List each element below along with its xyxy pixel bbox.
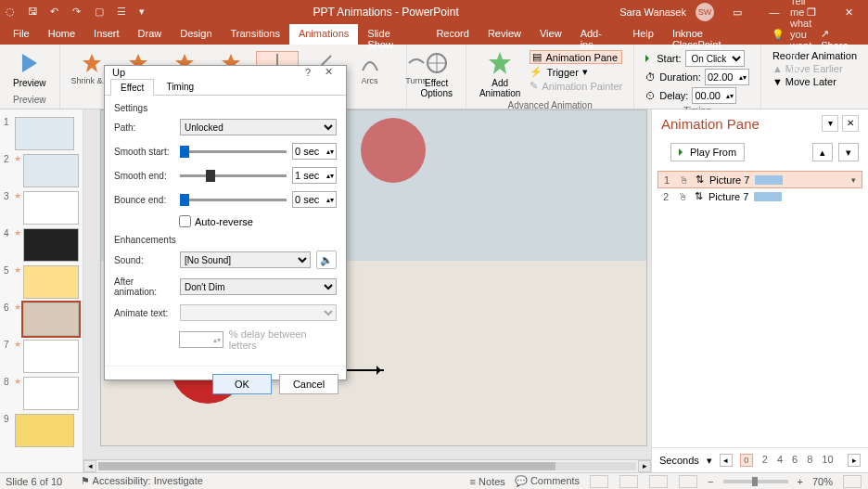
smooth-end-slider[interactable] xyxy=(180,169,287,182)
smooth-start-value[interactable]: 0 sec▴▾ xyxy=(292,143,337,160)
share-button[interactable]: ↗ Share xyxy=(811,24,868,45)
avatar[interactable]: SW xyxy=(696,3,714,21)
move-later-button[interactable]: ▼ Move Later xyxy=(772,76,857,87)
duration-input[interactable]: 02.00▴▾ xyxy=(705,69,749,85)
touch-mode-icon[interactable]: ☰ xyxy=(117,6,130,19)
tab-home[interactable]: Home xyxy=(39,24,84,45)
slide-thumb-5[interactable]: 5★ xyxy=(4,265,79,299)
bounce-end-slider[interactable] xyxy=(180,193,287,206)
animation-item-2[interactable]: 2 🖱 ⇅ Picture 7 xyxy=(657,188,862,204)
slide-thumb-3[interactable]: 3★ xyxy=(4,191,79,225)
tab-record[interactable]: Record xyxy=(427,24,478,45)
tab-transitions[interactable]: Transitions xyxy=(222,24,289,45)
path-select[interactable]: Unlocked xyxy=(180,119,337,135)
shape-ball-ghost[interactable] xyxy=(361,118,426,183)
tab-slideshow[interactable]: Slide Show xyxy=(358,24,427,45)
scroll-left-icon[interactable]: ◂ xyxy=(83,460,96,472)
slideshow-view-icon[interactable] xyxy=(679,475,697,488)
slide-thumb-9[interactable]: 9 xyxy=(4,414,79,447)
normal-view-icon[interactable] xyxy=(590,475,608,488)
fit-to-window-icon[interactable] xyxy=(843,475,862,488)
dialog-tab-timing[interactable]: Timing xyxy=(156,78,204,95)
trigger-button[interactable]: ⚡Trigger▾ xyxy=(530,66,622,78)
smooth-start-slider[interactable] xyxy=(180,145,287,158)
dialog-help-icon[interactable]: ? xyxy=(298,67,318,78)
pane-close-icon[interactable]: ✕ xyxy=(842,115,859,132)
reading-view-icon[interactable] xyxy=(649,475,668,488)
preview-button[interactable]: Preview xyxy=(7,48,52,90)
effect-options-button[interactable]: Effect Options xyxy=(415,48,457,100)
slide-thumb-8[interactable]: 8★ xyxy=(4,377,79,410)
save-icon[interactable]: 🖫 xyxy=(28,6,41,19)
animation-pane: Animation Pane ▾ ✕ Play From ▴ ▾ 1 🖱 ⇅ P… xyxy=(651,109,868,472)
tab-design[interactable]: Design xyxy=(171,24,221,45)
tab-inknoe[interactable]: Inknoe ClassPoint xyxy=(663,24,762,45)
animation-item-1[interactable]: 1 🖱 ⇅ Picture 7 ▾ xyxy=(657,171,862,188)
chevron-down-icon[interactable]: ▾ xyxy=(851,175,856,185)
zoom-in-icon[interactable]: + xyxy=(798,476,803,487)
autosave-icon[interactable]: ◌ xyxy=(6,6,19,19)
auto-reverse-checkbox[interactable]: Auto-reverse xyxy=(179,215,337,227)
slide-counter[interactable]: Slide 6 of 10 xyxy=(6,476,62,487)
tab-view[interactable]: View xyxy=(530,24,571,45)
slide-thumb-2[interactable]: 2★ xyxy=(4,154,79,187)
sound-preview-icon[interactable]: 🔈 xyxy=(316,251,337,269)
sorter-view-icon[interactable] xyxy=(619,475,638,488)
tab-insert[interactable]: Insert xyxy=(84,24,129,45)
dialog-close-icon[interactable]: ✕ xyxy=(318,66,338,78)
user-name[interactable]: Sara Wanasek xyxy=(619,6,686,18)
start-select[interactable]: On Click xyxy=(685,50,745,67)
ok-button[interactable]: OK xyxy=(212,374,272,394)
smooth-end-value[interactable]: 1 sec▴▾ xyxy=(292,167,337,184)
redo-icon[interactable]: ↷ xyxy=(72,6,85,19)
slide-thumbnail-panel[interactable]: 1 2★ 3★ 4★ 5★ 6★ 7★ 8★ 9 xyxy=(0,109,83,472)
scroll-right-icon[interactable]: ▸ xyxy=(638,460,651,472)
zoom-level[interactable]: 70% xyxy=(812,476,833,487)
tab-draw[interactable]: Draw xyxy=(129,24,172,45)
bounce-end-value[interactable]: 0 sec▴▾ xyxy=(292,191,337,208)
sound-select[interactable]: [No Sound] xyxy=(180,251,311,268)
move-earlier-button[interactable]: ▲ Move Earlier xyxy=(772,63,857,74)
painter-icon: ✎ xyxy=(530,80,538,92)
dialog-title-bar[interactable]: Up ? ✕ xyxy=(105,66,346,78)
chevron-down-icon[interactable]: ▾ xyxy=(707,455,712,467)
delay-input[interactable]: 00.00▴▾ xyxy=(692,87,736,104)
cancel-button[interactable]: Cancel xyxy=(279,374,338,394)
slide-thumb-1[interactable]: 1 xyxy=(4,117,79,150)
comments-button[interactable]: 💬 Comments xyxy=(515,475,580,487)
pane-dropdown-icon[interactable]: ▾ xyxy=(822,115,838,132)
timeline-tick[interactable]: 0 xyxy=(740,454,753,467)
tab-addins[interactable]: Add-ins xyxy=(571,24,624,45)
tab-review[interactable]: Review xyxy=(479,24,530,45)
after-animation-select[interactable]: Don't Dim xyxy=(180,278,337,295)
add-animation-button[interactable]: Add Animation xyxy=(474,48,526,100)
slide-thumb-4[interactable]: 4★ xyxy=(4,228,79,262)
tab-file[interactable]: File xyxy=(4,24,39,45)
horizontal-scrollbar[interactable]: ◂ ▸ xyxy=(83,459,651,472)
play-from-button[interactable]: Play From xyxy=(670,143,745,161)
tab-help[interactable]: Help xyxy=(623,24,663,45)
slideshow-icon[interactable]: ▢ xyxy=(95,6,108,19)
move-down-button[interactable]: ▾ xyxy=(838,143,859,161)
dialog-tab-effect[interactable]: Effect xyxy=(110,79,154,96)
ribbon-options-icon[interactable]: ▭ xyxy=(723,6,751,19)
animation-painter-button[interactable]: ✎Animation Painter xyxy=(530,80,622,92)
tab-animations[interactable]: Animations xyxy=(289,24,358,45)
timeline-next-icon[interactable]: ▸ xyxy=(848,454,861,467)
notes-button[interactable]: ≡ Notes xyxy=(470,476,505,487)
minimize-icon[interactable]: — xyxy=(760,6,788,18)
timing-bar xyxy=(755,175,783,185)
animation-pane-button[interactable]: ▤Animation Pane xyxy=(530,50,622,64)
anim-arcs[interactable]: Arcs xyxy=(350,52,390,85)
slide-thumb-6[interactable]: 6★ xyxy=(4,302,79,336)
undo-icon[interactable]: ↶ xyxy=(50,6,63,19)
accessibility-button[interactable]: ⚑ Accessibility: Investigate xyxy=(81,475,203,487)
tell-me[interactable]: 💡 Tell me what you want to do xyxy=(772,24,811,45)
close-icon[interactable]: ✕ xyxy=(835,6,862,19)
zoom-slider[interactable] xyxy=(723,480,788,483)
timeline-prev-icon[interactable]: ◂ xyxy=(720,454,733,467)
move-up-button[interactable]: ▴ xyxy=(812,143,833,161)
zoom-out-icon[interactable]: − xyxy=(708,476,713,487)
slide-thumb-7[interactable]: 7★ xyxy=(4,340,79,373)
qat-more-icon[interactable]: ▾ xyxy=(139,6,152,19)
